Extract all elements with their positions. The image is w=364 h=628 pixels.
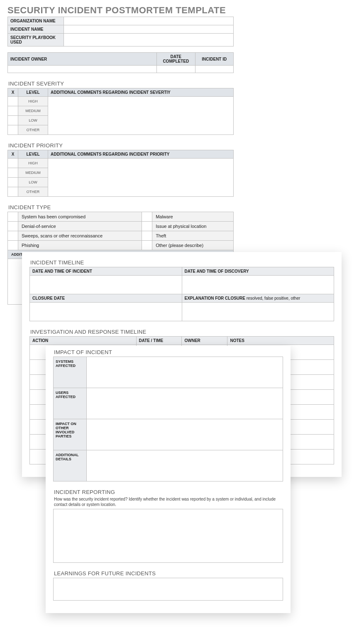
pri-level: LOW <box>18 178 48 187</box>
inv-col: ACTION <box>30 337 137 345</box>
reporting-subtext: How was the security incident reported? … <box>54 496 283 507</box>
owner-table: INCIDENT OWNER DATE COMPLETED INCIDENT I… <box>7 52 234 73</box>
sev-level: MEDIUM <box>18 106 48 116</box>
type-check[interactable] <box>142 241 152 250</box>
inv-col: DATE / TIME <box>136 337 182 345</box>
reporting-field[interactable] <box>53 509 283 563</box>
pri-level: OTHER <box>18 187 48 197</box>
timeline-h3: CLOSURE DATE <box>30 294 182 303</box>
impact-row-label: IMPACT ON OTHER INVOLVED PARTIES <box>54 419 87 450</box>
org-name-field[interactable] <box>64 17 234 25</box>
systems-affected-field[interactable] <box>87 357 283 388</box>
owner-header: INCIDENT OWNER <box>8 53 157 66</box>
col-x: X <box>8 88 18 97</box>
type-check[interactable] <box>8 212 18 222</box>
timeline-h2: DATE AND TIME OF DISCOVERY <box>182 267 334 276</box>
other-parties-field[interactable] <box>87 419 283 450</box>
inv-col: NOTES <box>227 337 334 345</box>
sev-check[interactable] <box>8 125 18 135</box>
closure-date-field[interactable] <box>30 303 182 321</box>
timeline-heading: INCIDENT TIMELINE <box>30 259 334 266</box>
type-check[interactable] <box>8 231 18 241</box>
info-row-label: ORGANIZATION NAME <box>8 17 64 25</box>
type-check[interactable] <box>142 212 152 222</box>
users-affected-field[interactable] <box>87 388 283 419</box>
type-check[interactable] <box>142 222 152 231</box>
pri-comments-field[interactable] <box>48 159 234 197</box>
sev-level: HIGH <box>18 97 48 106</box>
sev-check[interactable] <box>8 97 18 106</box>
timeline-h1: DATE AND TIME OF INCIDENT <box>30 267 182 276</box>
pri-level: MEDIUM <box>18 168 48 178</box>
reporting-heading: INCIDENT REPORTING <box>54 489 283 495</box>
impact-row-label: USERS AFFECTED <box>54 388 87 419</box>
col-comments: ADDITIONAL COMMENTS REGARDING INCIDENT S… <box>48 88 234 97</box>
severity-table: X LEVEL ADDITIONAL COMMENTS REGARDING IN… <box>7 88 234 135</box>
timeline-h4: EXPLANATION FOR CLOSURE resolved, false … <box>182 294 334 303</box>
type-check[interactable] <box>142 231 152 241</box>
type-check[interactable] <box>8 241 18 250</box>
priority-table: X LEVEL ADDITIONAL COMMENTS REGARDING IN… <box>7 150 234 197</box>
type-label: System has been compromised <box>18 212 142 222</box>
col-level: LEVEL <box>18 88 48 97</box>
inv-col: OWNER <box>182 337 227 345</box>
type-label: Sweeps, scans or other reconnaissance <box>18 231 142 241</box>
sev-comments-field[interactable] <box>48 97 234 135</box>
pri-check[interactable] <box>8 159 18 168</box>
additional-details-field[interactable] <box>87 450 283 481</box>
incident-id-header: INCIDENT ID <box>195 53 233 66</box>
type-label: Phishing <box>18 241 142 250</box>
discovery-datetime-field[interactable] <box>182 276 334 294</box>
page-title: SECURITY INCIDENT POSTMORTEM TEMPLATE <box>7 5 364 16</box>
impact-row-label: SYSTEMS AFFECTED <box>54 357 87 388</box>
incident-id-field[interactable] <box>195 66 233 73</box>
type-label: Other (please describe) <box>152 241 234 250</box>
investigation-heading: INVESTIGATION AND RESPONSE TIMELINE <box>30 329 334 335</box>
pri-level: HIGH <box>18 159 48 168</box>
priority-heading: INCIDENT PRIORITY <box>8 142 234 149</box>
playbook-field[interactable] <box>64 34 234 46</box>
impact-row-label: ADDITIONAL DETAILS <box>54 450 87 481</box>
type-label: Theft <box>152 231 234 241</box>
sev-level: LOW <box>18 116 48 125</box>
timeline-table: DATE AND TIME OF INCIDENT DATE AND TIME … <box>29 267 334 321</box>
learnings-heading: LEARNINGS FOR FUTURE INCIDENTS <box>54 570 283 577</box>
sev-check[interactable] <box>8 116 18 125</box>
impact-heading: IMPACT OF INCIDENT <box>54 349 283 355</box>
info-row-label: SECURITY PLAYBOOK USED <box>8 34 64 46</box>
incident-name-field[interactable] <box>64 25 234 34</box>
severity-heading: INCIDENT SEVERITY <box>8 81 234 87</box>
col-level: LEVEL <box>18 150 48 159</box>
pri-check[interactable] <box>8 187 18 197</box>
type-label: Malware <box>152 212 234 222</box>
type-label: Issue at physical location <box>152 222 234 231</box>
owner-field[interactable] <box>8 66 157 73</box>
sev-level: OTHER <box>18 125 48 135</box>
pri-check[interactable] <box>8 178 18 187</box>
info-table: ORGANIZATION NAME INCIDENT NAME SECURITY… <box>7 17 234 46</box>
closure-explanation-field[interactable] <box>182 303 334 321</box>
type-label: Denial-of-service <box>18 222 142 231</box>
date-completed-field[interactable] <box>157 66 195 73</box>
panel-impact: IMPACT OF INCIDENT SYSTEMS AFFECTED USER… <box>46 346 291 613</box>
type-heading: INCIDENT TYPE <box>8 204 234 210</box>
info-row-label: INCIDENT NAME <box>8 25 64 34</box>
sev-check[interactable] <box>8 106 18 116</box>
incident-datetime-field[interactable] <box>30 276 182 294</box>
col-comments: ADDITIONAL COMMENTS REGARDING INCIDENT P… <box>48 150 234 159</box>
learnings-field[interactable] <box>53 578 283 601</box>
col-x: X <box>8 150 18 159</box>
type-check[interactable] <box>8 222 18 231</box>
pri-check[interactable] <box>8 168 18 178</box>
date-completed-header: DATE COMPLETED <box>157 53 195 66</box>
impact-table: SYSTEMS AFFECTED USERS AFFECTED IMPACT O… <box>53 357 283 481</box>
